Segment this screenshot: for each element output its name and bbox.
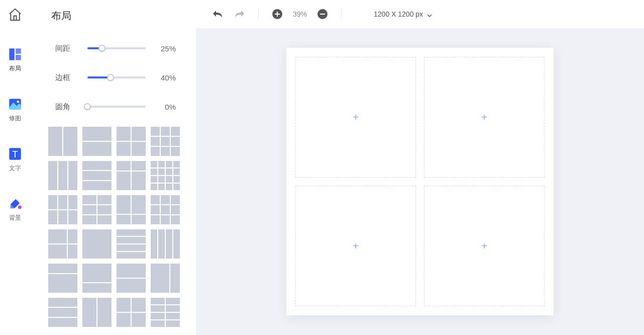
- layout-thumb[interactable]: [48, 127, 77, 156]
- panel-title: 布局: [51, 9, 71, 23]
- layout-gallery[interactable]: [48, 127, 191, 335]
- layout-thumb[interactable]: [82, 127, 112, 156]
- nav-bg[interactable]: 背景: [8, 197, 22, 222]
- layout-thumb[interactable]: [117, 229, 146, 259]
- slider-radius-value: 0%: [153, 103, 176, 111]
- layout-thumb[interactable]: [82, 161, 112, 190]
- slider-radius-label: 圆角: [55, 102, 80, 112]
- layout-icon: [8, 47, 22, 61]
- slider-spacing[interactable]: 间距 25%: [55, 41, 176, 55]
- canvas-area[interactable]: + + + +: [196, 28, 644, 335]
- image-slot[interactable]: +: [295, 57, 416, 178]
- nav-image[interactable]: 修图: [8, 97, 22, 123]
- slider-spacing-value: 25%: [153, 44, 176, 53]
- undo-button[interactable]: [211, 8, 224, 21]
- svg-point-5: [17, 101, 20, 103]
- layout-thumb[interactable]: [82, 195, 112, 224]
- chevron-down-icon: [427, 12, 432, 17]
- svg-point-8: [18, 206, 22, 209]
- canvas-size-label: 1200 X 1200 px: [374, 10, 423, 18]
- text-icon: T: [8, 147, 22, 161]
- svg-rect-2: [16, 55, 21, 60]
- image-slot[interactable]: +: [295, 186, 416, 306]
- paint-bucket-icon: [8, 197, 22, 211]
- slider-spacing-label: 间距: [55, 44, 80, 53]
- slider-border-value: 40%: [153, 73, 176, 82]
- nav-layout-label: 布局: [9, 64, 21, 73]
- artboard: + + + +: [286, 48, 554, 315]
- toolbar: 39% 1200 X 1200 px: [196, 0, 644, 28]
- layout-thumb[interactable]: [151, 127, 180, 156]
- zoom-out-button[interactable]: [316, 8, 329, 21]
- layout-thumb[interactable]: [151, 264, 180, 293]
- nav-bg-label: 背景: [9, 214, 21, 222]
- left-nav: 布局 修图 T 文字 背景: [0, 0, 30, 335]
- layout-thumb[interactable]: [48, 195, 77, 224]
- image-slot[interactable]: +: [424, 57, 545, 178]
- slider-border[interactable]: 边框 40%: [55, 70, 176, 85]
- layout-thumb[interactable]: [151, 229, 180, 259]
- home-icon[interactable]: [8, 7, 23, 22]
- redo-button[interactable]: [233, 8, 246, 21]
- layout-thumb[interactable]: [117, 161, 146, 190]
- svg-text:T: T: [12, 149, 18, 159]
- layout-thumb[interactable]: [151, 161, 180, 190]
- nav-text-label: 文字: [9, 164, 21, 173]
- nav-text[interactable]: T 文字: [8, 147, 22, 173]
- nav-layout[interactable]: 布局: [8, 47, 22, 73]
- slider-radius-track[interactable]: [87, 106, 146, 108]
- canvas-size-select[interactable]: 1200 X 1200 px: [374, 10, 432, 18]
- layout-thumb[interactable]: [48, 298, 77, 327]
- layout-thumb[interactable]: [48, 264, 77, 293]
- layout-thumb[interactable]: [82, 298, 112, 327]
- layout-thumb[interactable]: [82, 264, 112, 293]
- layout-thumb[interactable]: [48, 161, 77, 190]
- image-icon: [8, 97, 22, 111]
- slider-radius[interactable]: 圆角 0%: [55, 100, 176, 114]
- layout-panel: 布局 间距 25% 边框 40% 圆角 0%: [30, 0, 196, 335]
- zoom-level: 39%: [293, 10, 307, 18]
- layout-thumb[interactable]: [117, 127, 146, 156]
- slider-border-track[interactable]: [87, 76, 146, 78]
- layout-thumb[interactable]: [117, 264, 146, 293]
- svg-rect-0: [9, 48, 14, 60]
- image-slot[interactable]: +: [424, 186, 545, 306]
- layout-thumb[interactable]: [82, 229, 112, 259]
- zoom-in-button[interactable]: [271, 8, 284, 21]
- layout-thumb[interactable]: [117, 298, 146, 327]
- layout-thumb[interactable]: [151, 195, 180, 224]
- svg-rect-1: [16, 48, 21, 54]
- sliders-group: 间距 25% 边框 40% 圆角 0%: [55, 41, 176, 114]
- layout-thumb[interactable]: [151, 298, 180, 327]
- nav-image-label: 修图: [9, 114, 21, 123]
- slider-spacing-track[interactable]: [87, 47, 146, 49]
- layout-thumb[interactable]: [117, 195, 146, 224]
- slider-border-label: 边框: [55, 73, 80, 82]
- layout-thumb[interactable]: [48, 229, 77, 259]
